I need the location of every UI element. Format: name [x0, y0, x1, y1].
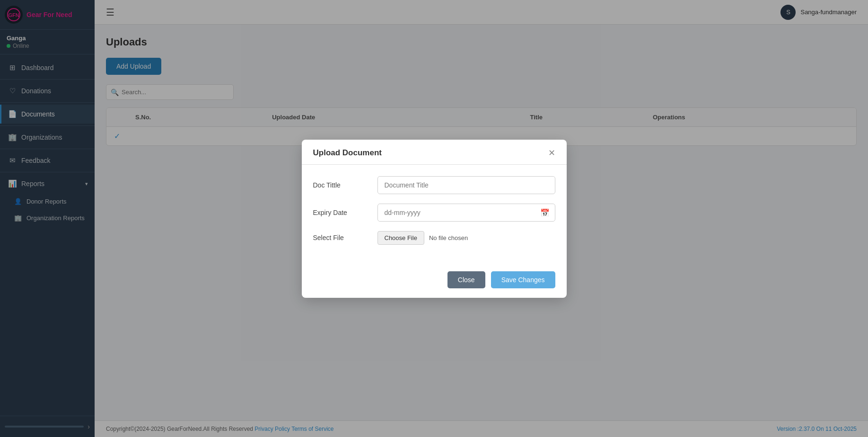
select-file-row: Select File Choose File No file chosen [313, 231, 555, 245]
date-wrapper: 📅 [377, 204, 555, 222]
modal-body: Doc Tittle Expiry Date 📅 Select File [302, 165, 567, 264]
expiry-date-label: Expiry Date [313, 209, 370, 216]
save-changes-button[interactable]: Save Changes [491, 271, 555, 288]
doc-title-row: Doc Tittle [313, 176, 555, 194]
modal-title: Upload Document [313, 148, 382, 158]
select-file-label: Select File [313, 234, 370, 241]
modal-footer: Close Save Changes [302, 264, 567, 298]
modal-overlay: Upload Document ✕ Doc Tittle Expiry Date [95, 25, 868, 420]
upload-document-modal: Upload Document ✕ Doc Tittle Expiry Date [302, 140, 567, 298]
no-file-text: No file chosen [429, 234, 468, 241]
doc-title-label: Doc Tittle [313, 181, 370, 189]
expiry-date-row: Expiry Date 📅 [313, 204, 555, 222]
doc-title-input[interactable] [377, 176, 555, 194]
main-content: ☰ S Sanga-fundmanager Uploads Add Upload… [95, 0, 868, 437]
calendar-icon: 📅 [540, 208, 550, 217]
modal-close-button[interactable]: ✕ [548, 149, 555, 157]
file-input-wrapper: Choose File No file chosen [377, 231, 555, 245]
page-content: Uploads Add Upload 🔍 S.No. Uploaded Date… [95, 25, 868, 420]
modal-header: Upload Document ✕ [302, 140, 567, 165]
close-modal-button[interactable]: Close [447, 271, 485, 288]
expiry-date-input[interactable] [377, 204, 555, 222]
choose-file-button[interactable]: Choose File [377, 231, 424, 245]
